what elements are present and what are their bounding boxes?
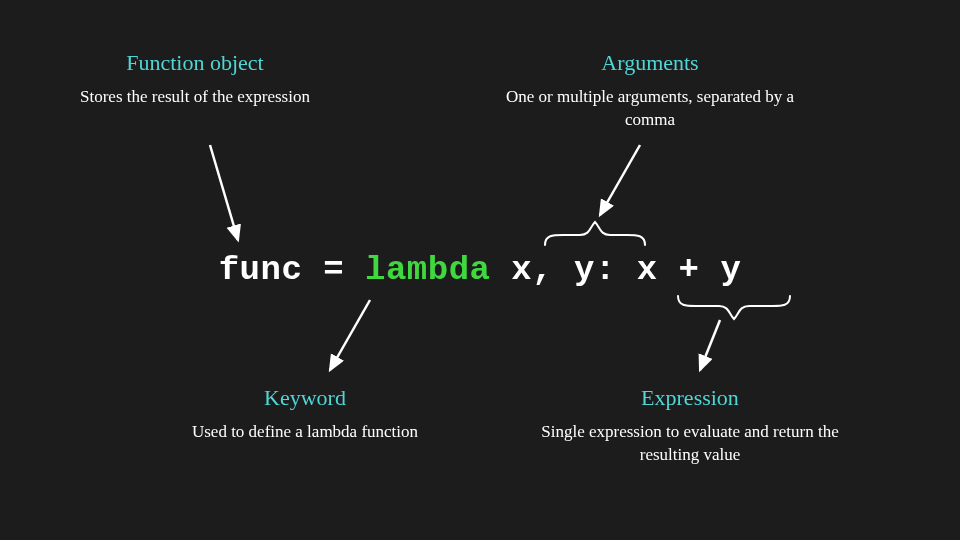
arrow-arguments	[600, 145, 640, 215]
annotation-function-object: Function object Stores the result of the…	[45, 50, 345, 109]
code-colon: :	[595, 251, 637, 289]
code-space	[490, 251, 511, 289]
annotation-arguments: Arguments One or multiple arguments, sep…	[500, 50, 800, 132]
code-eq: =	[302, 251, 365, 289]
code-func-name: func	[219, 251, 303, 289]
annotation-title: Expression	[540, 385, 840, 411]
annotation-desc: Used to define a lambda function	[155, 421, 455, 444]
code-keyword: lambda	[365, 251, 490, 289]
annotation-desc: One or multiple arguments, separated by …	[500, 86, 800, 132]
annotation-title: Keyword	[155, 385, 455, 411]
annotation-desc: Stores the result of the expression	[45, 86, 345, 109]
arrow-expression	[700, 320, 720, 370]
arrow-function-object	[210, 145, 238, 240]
annotation-title: Function object	[45, 50, 345, 76]
brace-args	[545, 222, 645, 245]
brace-expression	[678, 296, 790, 319]
code-expression: x + y	[637, 251, 742, 289]
code-args: x, y	[511, 251, 595, 289]
arrow-keyword	[330, 300, 370, 370]
annotation-keyword: Keyword Used to define a lambda function	[155, 385, 455, 444]
annotation-desc: Single expression to evaluate and return…	[540, 421, 840, 467]
annotation-expression: Expression Single expression to evaluate…	[540, 385, 840, 467]
annotation-title: Arguments	[500, 50, 800, 76]
code-line: func = lambda x, y: x + y	[219, 251, 742, 289]
